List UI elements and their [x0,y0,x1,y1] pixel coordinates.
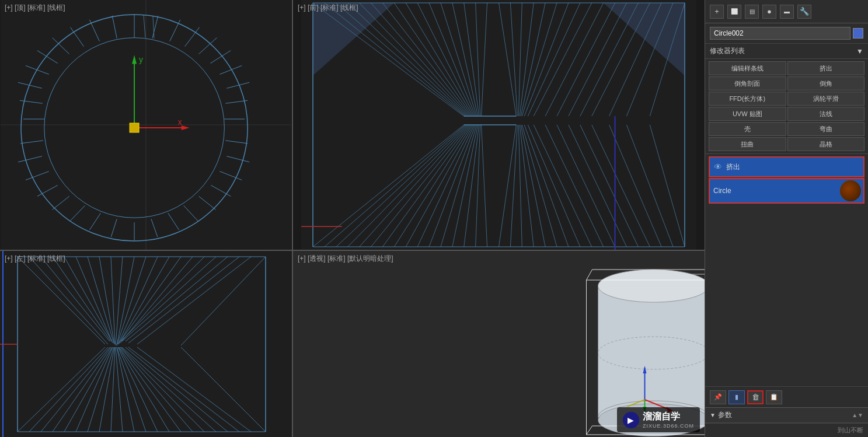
viewport-top-left[interactable]: [+] [顶] [标准] [线框] y x [0,0,292,251]
object-name-input[interactable] [710,27,850,40]
mod-btn-extrude[interactable]: 挤出 [787,61,865,75]
toolbar-modify-icon[interactable]: ⬜ [727,5,741,19]
toolbar-add-icon[interactable]: + [710,5,724,19]
object-color-swatch[interactable] [853,28,863,39]
mod-btn-normal[interactable]: 法线 [787,107,865,121]
stack-item-extrude-label: 挤出 [726,162,860,172]
params-header[interactable]: ▼ 参数 ▲▼ [705,408,868,423]
mod-btn-twist[interactable]: 扭曲 [709,137,786,151]
mod-btn-ffd[interactable]: FFD(长方体) [709,92,786,106]
logo-icon: ▶ [623,412,639,428]
viewport-bottom-center[interactable]: [+] [透视] [标准] [默认明暗处理] [292,251,705,437]
visibility-icon-extrude[interactable]: 👁 [713,162,723,172]
stack-item-extrude[interactable]: 👁 挤出 [709,156,864,177]
mod-btn-uvw[interactable]: UVW 贴图 [709,107,786,121]
params-label: 参数 [718,410,732,420]
right-toolbar: + ⬜ ▤ ● ▬ 🔧 [705,0,868,23]
svg-rect-50 [0,251,292,437]
svg-point-180 [598,270,705,302]
center-panel: [+] [前] [标准] [线框] [292,0,705,437]
mod-btn-shell[interactable]: 壳 [709,122,786,136]
modifier-list-text: 修改器列表 [710,46,745,56]
stack-cylinder-button[interactable]: ▮ [728,390,745,404]
modifier-list-label[interactable]: 修改器列表 ▼ [705,44,868,59]
svg-text:x: x [178,117,182,127]
svg-text:y: y [139,55,143,64]
toolbar-hierarchy-icon[interactable]: ▤ [745,5,759,19]
toolbar-utilities-icon[interactable]: 🔧 [797,5,811,19]
bottom-status-bar: 到山不断 [705,423,868,437]
stack-toolbar: 📌 ▮ 🗑 📋 [705,386,868,407]
mod-btn-bevel-profile[interactable]: 倒角剖面 [709,76,786,90]
mod-btn-lattice[interactable]: 晶格 [787,137,865,151]
params-section: ▼ 参数 ▲▼ [705,407,868,423]
modifier-list-arrow: ▼ [856,47,863,55]
modifier-stack: 👁 挤出 Circle [705,154,868,386]
viewport-top-center[interactable]: [+] [前] [标准] [线框] [292,0,705,251]
bottom-status-text: 到山不断 [838,426,863,433]
mod-btn-turbosmooth[interactable]: 涡轮平滑 [787,92,865,106]
logo-sub-text: ZIXUE.3D66.COM [643,423,694,429]
right-panel: + ⬜ ▤ ● ▬ 🔧 修改器列表 ▼ 编辑样条线 挤出 倒角剖面 倒角 FFD… [705,0,868,437]
logo-text: 溜溜自学 ZIXUE.3D66.COM [643,411,694,429]
mod-btn-bend[interactable]: 弯曲 [787,122,865,136]
object-name-row [705,23,868,44]
viewport-bottom-left-svg [0,251,292,437]
mod-btn-edit-spline[interactable]: 编辑样条线 [709,61,786,75]
toolbar-motion-icon[interactable]: ● [762,5,776,19]
left-panel: [+] [顶] [标准] [线框] y x [0,0,292,437]
stack-copy-button[interactable]: 📋 [766,390,782,404]
viewport-top-center-svg [293,0,705,250]
stack-item-circle[interactable]: Circle [709,178,864,204]
viewport-bottom-left[interactable]: [+] [左] [标准] [线框] [0,251,292,437]
stack-item-circle-label: Circle [713,187,860,195]
params-arrow-icon: ▼ [710,412,716,418]
modifier-buttons-grid: 编辑样条线 挤出 倒角剖面 倒角 FFD(长方体) 涡轮平滑 UVW 贴图 法线… [705,59,868,154]
viewport-top-left-svg: y x [0,0,292,250]
params-expand-arrow: ▲▼ [852,412,863,418]
mod-btn-bevel[interactable]: 倒角 [787,76,865,90]
circle-thumbnail [840,180,861,201]
logo-main-text: 溜溜自学 [643,411,694,423]
toolbar-display-icon[interactable]: ▬ [780,5,794,19]
logo-watermark: ▶ 溜溜自学 ZIXUE.3D66.COM [617,407,700,432]
stack-delete-button[interactable]: 🗑 [747,390,764,404]
stack-pin-button[interactable]: 📌 [710,390,726,404]
svg-rect-9 [130,123,139,132]
